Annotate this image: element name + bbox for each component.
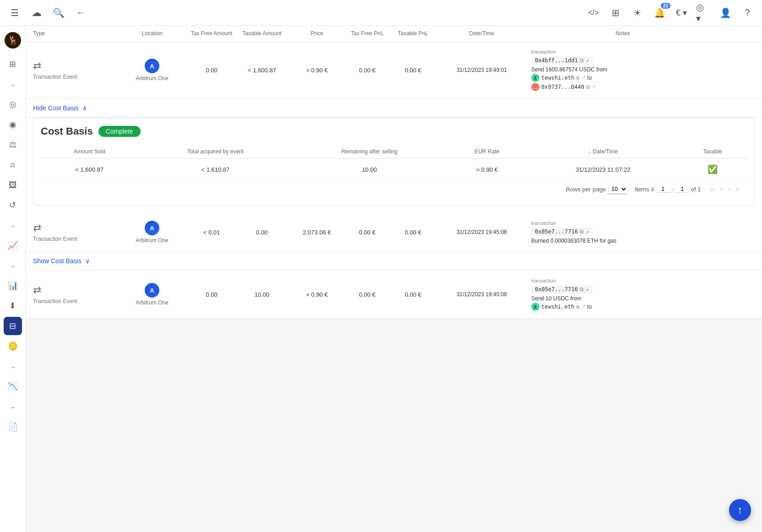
transaction-row-3: ⇄ Transaction Event A Arbitrum One 0.00 … bbox=[26, 271, 762, 319]
tx1-hash-badge: 0x4bff...1dd1 ⧉ ↗ bbox=[531, 56, 593, 65]
tx1-copy-icon[interactable]: ⧉ bbox=[580, 57, 584, 64]
tx1-to-address: 0x9737...D440 bbox=[541, 84, 584, 90]
cost-basis-panel: Cost Basis Complete Amount Sold Total ac… bbox=[33, 118, 755, 206]
tx1-notes: transaction 0x4bff...1dd1 ⧉ ↗ Send 1600.… bbox=[528, 49, 755, 91]
cb-th-taxable: Taxable bbox=[678, 145, 747, 159]
tx2-notes-label: transaction bbox=[531, 220, 751, 226]
tx3-tax-free-pnl: 0.00 € bbox=[344, 291, 390, 298]
sidebar-item-scale[interactable]: ⚖ bbox=[4, 136, 22, 154]
tx3-to-label: to bbox=[587, 304, 592, 310]
cloud-icon[interactable]: ☁ bbox=[29, 5, 44, 20]
cb-sort-icon: ↓ bbox=[588, 149, 591, 154]
topbar-right: </> ⊞ ☀ 🔔 22 € ▾ ◎ ▾ 👤 ? bbox=[586, 5, 755, 20]
page-first-icon[interactable]: « bbox=[708, 184, 716, 194]
sidebar-item-expand1[interactable]: ⌄ bbox=[4, 75, 22, 93]
cost-basis-table: Amount Sold Total acquired by event Rema… bbox=[41, 145, 747, 180]
tx1-link-icon[interactable]: ↗ bbox=[586, 57, 589, 64]
tx1-taxable-pnl: 0.00 € bbox=[390, 67, 436, 74]
tx2-location-icon: A bbox=[145, 221, 159, 235]
tx3-description: Send 10 USDC from bbox=[531, 295, 751, 302]
tx2-location: A Arbitrum One bbox=[115, 221, 189, 244]
menu-icon[interactable]: ☰ bbox=[7, 5, 22, 20]
cb-taxable-check: ✅ bbox=[708, 165, 718, 174]
tx2-link-icon[interactable]: ↗ bbox=[586, 228, 589, 235]
search-icon[interactable]: 🔍 bbox=[51, 5, 66, 20]
user-icon[interactable]: 👤 bbox=[718, 5, 733, 20]
tx3-copy-icon[interactable]: ⧉ bbox=[580, 286, 584, 293]
sidebar-item-history[interactable]: ↺ bbox=[4, 196, 22, 214]
layout-icon[interactable]: ⊞ bbox=[608, 5, 623, 20]
rows-per-page-select[interactable]: 10 25 50 bbox=[608, 184, 627, 194]
rows-per-page-label: Rows per page bbox=[566, 186, 605, 193]
tx3-notes-label: transaction bbox=[531, 278, 751, 283]
help-icon[interactable]: ? bbox=[740, 5, 755, 20]
tx3-taxable-amount: 10.00 bbox=[234, 291, 289, 298]
tx1-tax-free: 0.00 bbox=[189, 67, 234, 74]
cb-taxable: ✅ bbox=[678, 159, 747, 180]
sidebar-logo[interactable]: 🦌 bbox=[4, 31, 22, 49]
sidebar-item-expand2[interactable]: ⌄ bbox=[4, 216, 22, 234]
tx3-type-label: Transaction Event bbox=[33, 298, 77, 304]
tx2-type-icon: ⇄ bbox=[33, 222, 41, 234]
cb-th-eur-rate: EUR Rate bbox=[446, 145, 528, 159]
items-range-start[interactable] bbox=[656, 185, 670, 193]
show-cost-basis-label: Show Cost Basis bbox=[33, 257, 82, 265]
sidebar-item-globe[interactable]: ◉ bbox=[4, 115, 22, 134]
tx1-to-row: 🦊 0x9737...D440 ⧉ ↗ bbox=[531, 83, 751, 91]
cb-th-amount-sold: Amount Sold bbox=[41, 145, 138, 159]
tx1-price: > 0.90 € bbox=[289, 67, 344, 74]
back-icon[interactable]: ← bbox=[73, 5, 88, 20]
th-tax-free-amount: Tax Free Amount bbox=[189, 30, 234, 37]
cost-basis-header: Cost Basis Complete bbox=[41, 125, 747, 137]
tx1-tax-free-pnl: 0.00 € bbox=[344, 67, 390, 74]
tx2-taxable-amount: 0.00 bbox=[234, 229, 289, 236]
tx2-price: 2,073.06 € bbox=[289, 229, 344, 236]
tx1-location: A Arbitrum One bbox=[115, 59, 189, 81]
sidebar-item-circle[interactable]: ◎ bbox=[4, 95, 22, 114]
tx1-description: Send 1600.867574 USDC from bbox=[531, 66, 751, 73]
th-notes: Notes bbox=[528, 30, 718, 37]
sidebar-item-table[interactable]: ⊟ bbox=[4, 317, 22, 319]
tx3-datetime: 31/12/2023 19:45:08 bbox=[436, 291, 528, 298]
cb-datetime: 31/12/2023 11:07:22 bbox=[528, 159, 678, 180]
pagination-nav: « ‹ › » bbox=[708, 184, 741, 194]
page-prev-icon[interactable]: ‹ bbox=[718, 184, 724, 194]
cb-th-remaining: Remaining after selling bbox=[293, 145, 446, 159]
items-range-end[interactable] bbox=[675, 185, 689, 193]
page-last-icon[interactable]: » bbox=[734, 184, 741, 194]
tx2-type: ⇄ Transaction Event bbox=[33, 222, 115, 242]
sidebar-item-linechart[interactable]: 📈 bbox=[4, 236, 22, 255]
currency-selector[interactable]: € ▾ bbox=[674, 5, 689, 20]
sidebar-item-scale2[interactable]: ⚖ bbox=[4, 156, 22, 174]
eye-icon[interactable]: ◎ ▾ bbox=[696, 5, 711, 20]
page-next-icon[interactable]: › bbox=[726, 184, 732, 194]
cb-table-row: < 1,600.87 < 1,610.87 10.00 > 0.90 € 31/… bbox=[41, 159, 747, 180]
tx3-from-row: 👤 tewshi.eth ⧉ ↗ to bbox=[531, 303, 751, 311]
sidebar: 🦌 ⊞ ⌄ ◎ ◉ ⚖ ⚖ 🖼 ↺ ⌄ 📈 ⌄ 📊 ⬇ ⊟ 🪙 ⌄ 📉 ⌄ 📄 bbox=[0, 26, 26, 319]
tx1-from-row: 👤 tewshi.eth ⧉ ↗ to bbox=[531, 74, 751, 82]
sidebar-item-expand3[interactable]: ⌄ bbox=[4, 256, 22, 275]
show-cost-basis-arrow: ∨ bbox=[85, 257, 90, 265]
sidebar-item-image[interactable]: 🖼 bbox=[4, 176, 22, 194]
show-cost-basis-toggle[interactable]: Show Cost Basis ∨ bbox=[26, 252, 762, 271]
th-datetime: Date/Time bbox=[436, 30, 528, 37]
cb-amount-sold: < 1,600.87 bbox=[41, 159, 138, 180]
notification-icon[interactable]: 🔔 22 bbox=[652, 5, 667, 20]
tx2-copy-icon[interactable]: ⧉ bbox=[580, 228, 584, 235]
tx2-notes: transaction 0x05e7...7716 ⧉ ↗ Burned 0.0… bbox=[528, 220, 755, 244]
sidebar-item-dashboard[interactable]: ⊞ bbox=[4, 55, 22, 73]
tx2-description: Burned 0.0000363078 ETH for gas bbox=[531, 238, 751, 244]
hide-cost-basis-toggle[interactable]: Hide Cost Basis ∧ bbox=[26, 99, 762, 118]
tx1-from-avatar: 👤 bbox=[531, 74, 539, 82]
tx3-location-icon: A bbox=[145, 283, 159, 298]
hide-cost-basis-arrow: ∧ bbox=[82, 104, 87, 112]
sidebar-item-download[interactable]: ⬇ bbox=[4, 297, 22, 315]
tx1-taxable-amount: < 1,600.87 bbox=[234, 67, 289, 74]
sidebar-item-barchart[interactable]: 📊 bbox=[4, 277, 22, 295]
tx3-link-icon[interactable]: ↗ bbox=[586, 286, 589, 293]
th-taxable-pnl: Taxable PnL bbox=[390, 30, 436, 37]
theme-icon[interactable]: ☀ bbox=[630, 5, 645, 20]
tx1-location-name: Arbitrum One bbox=[136, 75, 168, 81]
code-icon[interactable]: </> bbox=[586, 5, 601, 20]
th-taxable-amount: Taxable Amount bbox=[234, 30, 289, 37]
